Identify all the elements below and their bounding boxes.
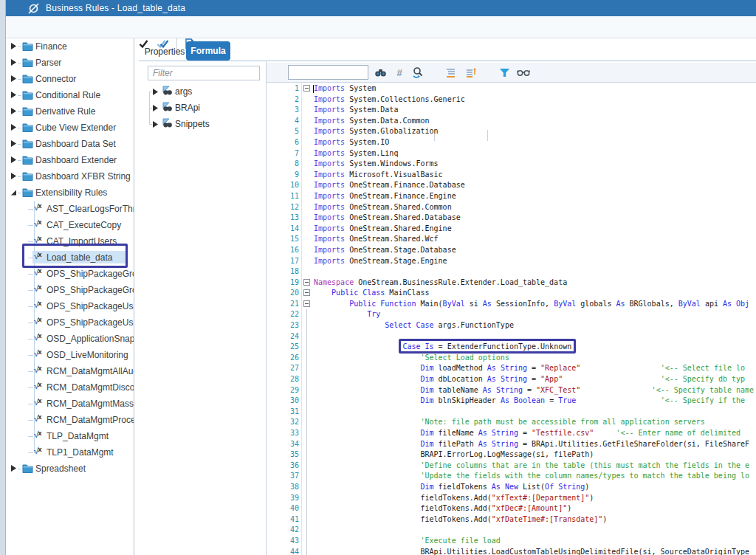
sidebar-item-extensibility-rules[interactable]: Extensibility Rules [6,185,134,201]
sidebar-item-derivative-rule[interactable]: Derivative Rule [6,103,134,120]
sidebar-item-finance[interactable]: Finance [6,38,134,55]
sidebar-item-cat-importusers[interactable]: √xCAT_ImportUsers [6,233,134,249]
sidebar-item-ops-shippackagegroup[interactable]: √xOPS_ShipPackageGroup [6,266,134,282]
expander-collapsed-icon[interactable] [10,464,17,472]
sidebar-item-dashboard-xfbr-string[interactable]: Dashboard XFBR String [6,168,134,185]
expander-collapsed-icon[interactable] [151,120,159,128]
code-line-36[interactable]: 36 'Define columns that are in the table… [267,461,756,472]
code-line-24[interactable]: 24 [267,331,756,342]
code-line-30[interactable]: 30 Dim blnSkipHeader As Boolean = True '… [267,396,756,407]
code-editor[interactable]: 1Imports System2Imports System.Collectio… [267,83,756,555]
preview-glasses-icon[interactable] [517,66,530,79]
tab-properties[interactable]: Properties [142,43,187,61]
code-line-13[interactable]: 13Imports OneStream.Shared.Database [267,213,756,224]
fold-collapse-icon[interactable] [302,278,312,289]
goto-line-icon[interactable]: # [393,66,406,79]
sidebar-item-dashboard-data-set[interactable]: Dashboard Data Set [6,136,134,152]
object-item-snippets[interactable]: Snippets [142,116,265,132]
code-line-40[interactable]: 40 fieldTokens.Add("xfDec#:[Amount]") [267,503,756,514]
code-line-10[interactable]: 10Imports OneStream.Finance.Database [267,180,756,191]
sidebar-item-cube-view-extender[interactable]: Cube View Extender [6,120,134,136]
code-line-20[interactable]: 20 Public Class MainClass [267,288,756,299]
code-line-34[interactable]: 34 Dim filePath As String = BRApi.Utilit… [267,439,756,450]
code-line-39[interactable]: 39 fieldTokens.Add("xfText#:[Department]… [267,493,756,504]
sidebar-item-rcm-datamgmtmassa[interactable]: √xRCM_DataMgmtMassA [6,396,134,412]
editor-search-input[interactable] [288,65,368,80]
code-line-7[interactable]: 7Imports System.Linq [267,148,756,159]
fold-collapse-icon[interactable] [302,288,312,299]
code-line-43[interactable]: 43 'Execute file load [267,536,756,547]
code-line-16[interactable]: 16Imports OneStream.Stage.Database [267,245,756,256]
sidebar-item-spreadsheet[interactable]: Spreadsheet [6,461,134,477]
code-line-25[interactable]: 25 Case Is = ExtenderFunctionType.Unknow… [267,342,756,353]
code-line-31[interactable]: 31 [267,407,756,418]
sidebar-item-ops-shippackageusing[interactable]: √xOPS_ShipPackageUsing [6,298,134,314]
expander-collapsed-icon[interactable] [10,75,17,83]
sidebar-item-cat-executecopy[interactable]: √xCAT_ExecuteCopy [6,217,134,233]
code-line-32[interactable]: 32 'Note: file path must be accessible f… [267,417,756,428]
code-line-19[interactable]: 19Namespace OneStream.BusinessRule.Exten… [267,278,756,289]
sidebar-item-tlp-datamgmt[interactable]: √xTLP_DataMgmt [6,428,134,444]
object-item-args[interactable]: args [142,83,265,100]
format-outdent-icon[interactable] [464,66,477,79]
expander-collapsed-icon[interactable] [10,123,17,131]
code-line-42[interactable]: 42 [267,525,756,536]
code-line-27[interactable]: 27 Dim loadMethod As String = "Replace" … [267,363,756,374]
code-line-2[interactable]: 2Imports System.Collections.Generic [267,94,756,106]
expander-collapsed-icon[interactable] [151,88,159,96]
tab-formula[interactable]: Formula [186,41,230,61]
code-line-23[interactable]: 23 Select Case args.FunctionType [267,320,756,331]
expander-collapsed-icon[interactable] [10,156,17,164]
sidebar-item-dashboard-extender[interactable]: Dashboard Extender [6,152,134,168]
code-line-9[interactable]: 9Imports Microsoft.VisualBasic [267,170,756,181]
search-replace-icon[interactable] [411,66,425,79]
code-line-1[interactable]: 1Imports System [267,83,756,94]
code-line-33[interactable]: 33 Dim fileName As String = "Testfile.cs… [267,428,756,439]
sidebar-item-load-table-data[interactable]: √xLoad_table_data [6,249,134,266]
sidebar-item-ops-shippackagegroup[interactable]: √xOPS_ShipPackageGroup [6,282,134,298]
sidebar-item-ops-shippackageusing[interactable]: √xOPS_ShipPackageUsing [6,314,134,331]
code-line-14[interactable]: 14Imports OneStream.Shared.Engine [267,224,756,235]
code-line-18[interactable]: 18 [267,266,756,278]
find-icon[interactable] [374,66,387,79]
sidebar-item-connector[interactable]: Connector [6,71,134,87]
code-line-26[interactable]: 26 'Select Load options [267,353,756,364]
code-line-4[interactable]: 4Imports System.Data.Common [267,116,756,127]
filter-funnel-icon[interactable] [498,66,511,79]
code-line-21[interactable]: 21 Public Function Main(ByVal si As Sess… [267,299,756,310]
code-line-12[interactable]: 12Imports OneStream.Shared.Common [267,202,756,213]
code-line-41[interactable]: 41 fieldTokens.Add("xfDateTime#:[Transda… [267,514,756,525]
code-line-44[interactable]: 44 BRApi.Utilities.LoadCustomTableUsingD… [267,547,756,555]
sidebar-item-conditional-rule[interactable]: Conditional Rule [6,87,134,103]
expander-collapsed-icon[interactable] [10,172,17,180]
sidebar-item-osd-livemonitoring[interactable]: √xOSD_LiveMonitoring [6,347,134,363]
sidebar-item-ast-clearlogsforthresh[interactable]: √xAST_ClearLogsForThresh [6,201,134,217]
code-line-15[interactable]: 15Imports OneStream.Shared.Wcf [267,234,756,245]
code-line-3[interactable]: 3Imports System.Data [267,105,756,116]
fold-collapse-icon[interactable] [302,83,312,94]
fold-collapse-icon[interactable] [302,299,312,310]
code-line-35[interactable]: 35 BRAPI.ErrorLog.LogMessage(si, filePat… [267,449,756,461]
filter-input[interactable] [148,66,260,80]
sidebar-item-rcm-datamgmtdiscove[interactable]: √xRCM_DataMgmtDiscove [6,379,134,396]
code-line-28[interactable]: 28 Dim dbLocation As String = "App" '<--… [267,374,756,385]
format-indent-icon[interactable] [444,66,457,79]
expander-expanded-icon[interactable] [10,188,17,196]
sidebar-item-rcm-datamgmtprocess[interactable]: √xRCM_DataMgmtProcess [6,412,134,428]
code-line-22[interactable]: 22 Try [267,309,756,320]
expander-collapsed-icon[interactable] [151,104,159,112]
expander-collapsed-icon[interactable] [10,139,17,148]
sidebar-item-parser[interactable]: Parser [6,55,134,71]
sidebar-item-osd-applicationsnapsh[interactable]: √xOSD_ApplicationSnapsh [6,331,134,347]
code-line-29[interactable]: 29 Dim tableName As String = "XFC_Test" … [267,385,756,396]
code-line-11[interactable]: 11Imports OneStream.Finance.Engine [267,191,756,202]
expander-collapsed-icon[interactable] [10,42,17,50]
code-line-5[interactable]: 5Imports System.Globalization [267,126,756,137]
sidebar-item-rcm-datamgmtallaudi[interactable]: √xRCM_DataMgmtAllAudi [6,363,134,379]
expander-collapsed-icon[interactable] [10,107,17,115]
code-line-17[interactable]: 17Imports OneStream.Stage.Engine [267,256,756,267]
object-item-brapi[interactable]: BRApi [142,100,265,116]
code-line-37[interactable]: 37 'Update the fields with the column na… [267,471,756,482]
expander-collapsed-icon[interactable] [10,91,17,99]
code-line-38[interactable]: 38 Dim fieldTokens As New List(Of String… [267,482,756,493]
